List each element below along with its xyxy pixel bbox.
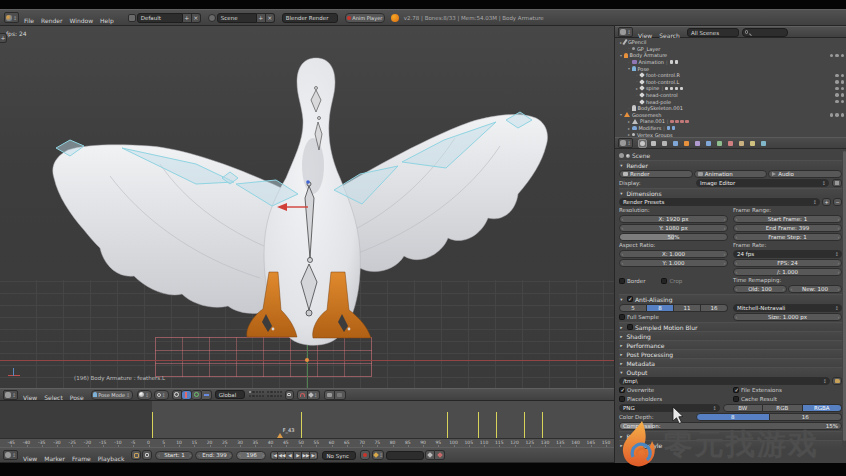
layer-dot[interactable] [270, 395, 272, 397]
panel-anti-aliasing[interactable]: ▾ Anti-Aliasing [619, 294, 842, 303]
outliner-row[interactable]: ▸GPencil [615, 39, 846, 46]
layer-dot[interactable] [256, 391, 258, 393]
tab-material[interactable] [726, 139, 735, 148]
display-select[interactable]: Image Editor [696, 179, 829, 187]
eye-icon[interactable] [830, 113, 834, 117]
restrict-icons[interactable] [835, 100, 844, 104]
menu-playback[interactable]: Playback [98, 455, 125, 462]
pointer-icon[interactable] [841, 80, 845, 84]
layer-dot[interactable] [280, 395, 282, 397]
frame-rate-select[interactable]: 24 fps [733, 250, 842, 258]
pointer-icon[interactable] [841, 100, 845, 104]
eye-icon[interactable] [835, 74, 839, 78]
camera-icon[interactable] [841, 54, 845, 58]
outliner-row[interactable]: ▸Plane.001| [615, 118, 846, 125]
goose-model[interactable] [0, 26, 614, 388]
3d-viewport[interactable]: fps: 24 (196) Body Armature : feathers.L… [0, 26, 614, 388]
menu-view[interactable]: View [23, 394, 37, 401]
preview-range-button[interactable] [131, 450, 141, 460]
snap-toggle[interactable] [297, 390, 308, 400]
keying-set-type-button[interactable]: ↕ [372, 450, 384, 460]
layers-grid-2[interactable] [267, 391, 283, 399]
layer-dot[interactable] [267, 395, 269, 397]
menu-select[interactable]: Select [44, 394, 63, 401]
panel-sampled-motion-blur[interactable]: ▸Sampled Motion Blur [619, 322, 842, 331]
audio-button[interactable]: Audio [768, 170, 842, 178]
restrict-icons[interactable] [830, 113, 845, 117]
tool-shelf-tab[interactable]: + [0, 33, 7, 43]
pointer-icon[interactable] [835, 113, 839, 117]
restrict-icons[interactable] [835, 87, 844, 91]
animation-button[interactable]: Animation [694, 170, 768, 178]
screen-layout-field[interactable]: Default [137, 13, 183, 23]
next-keyframe-button[interactable]: ▶▶ [302, 451, 310, 460]
manipulator-toggle[interactable] [172, 390, 182, 400]
aa-sample-11[interactable]: 11 [674, 304, 701, 312]
remap-new-field[interactable]: New: 100 [788, 285, 842, 293]
tab-modifiers[interactable] [704, 139, 713, 148]
editor-type-button[interactable]: ↕ [3, 450, 18, 460]
tab-scene[interactable] [660, 139, 669, 148]
layer-dot[interactable] [262, 391, 264, 393]
scale-manipulator-button[interactable] [202, 390, 212, 400]
sync-mode-select[interactable]: No Sync [322, 451, 356, 460]
eye-icon[interactable] [830, 54, 834, 58]
fps-base-field[interactable]: /: 1.000 [733, 268, 842, 276]
layer-dot[interactable] [267, 391, 269, 393]
render-engine-select[interactable]: Blender Render [282, 13, 338, 23]
layer-dot[interactable] [274, 391, 276, 393]
jump-to-start-button[interactable]: |◀ [270, 451, 278, 460]
remap-old-field[interactable]: Old: 100 [733, 285, 787, 293]
prev-keyframe-button[interactable]: ◀◀ [278, 451, 286, 460]
jump-to-end-button[interactable]: ▶| [310, 451, 318, 460]
aspect-x-field[interactable]: X: 1.000 [619, 250, 728, 258]
aa-sample-16[interactable]: 16 [701, 304, 728, 312]
display-extra-button[interactable] [832, 179, 842, 187]
scene-icon[interactable] [208, 14, 216, 22]
editor-type-button[interactable]: ↕ [618, 27, 633, 37]
outliner-row[interactable]: ▾Body Armature [615, 52, 846, 59]
cache-result-checkbox[interactable] [733, 396, 739, 402]
layer-dot[interactable] [259, 391, 261, 393]
render-opengl-anim-button[interactable] [335, 390, 346, 400]
layer-dot[interactable] [262, 395, 264, 397]
panel-post-processing[interactable]: ▸Post Processing [619, 349, 842, 358]
fps-field[interactable]: FPS: 24 [733, 259, 842, 267]
delete-keyframe-button[interactable] [435, 450, 445, 460]
auto-keyframe-button[interactable] [360, 450, 370, 460]
restrict-icons[interactable] [830, 54, 845, 58]
panel-metadata[interactable]: ▸Metadata [619, 358, 842, 367]
panel-output[interactable]: ▾ Output [619, 367, 842, 376]
outliner-row[interactable]: ▾Goosemesh [615, 112, 846, 119]
pointer-icon[interactable] [835, 54, 839, 58]
outliner-row[interactable]: ▸spine| [615, 85, 846, 92]
menu-view[interactable]: View [638, 32, 652, 39]
layer-dot[interactable] [270, 391, 272, 393]
resolution-percentage-slider[interactable]: 50% [619, 233, 728, 241]
delete-layout-button[interactable]: × [192, 13, 201, 23]
full-sample-checkbox[interactable] [619, 314, 625, 320]
aa-sample-8[interactable]: 8 [647, 304, 674, 312]
anim-player-button[interactable]: Anim Player [345, 13, 385, 23]
restrict-icons[interactable] [835, 93, 844, 97]
timeline-editor[interactable]: F_43 -45-40-35-30-25-20-15-10-5051015202… [0, 401, 614, 463]
play-reverse-button[interactable]: ◀ [286, 451, 294, 460]
file-format-select[interactable]: PNG [619, 404, 720, 412]
end-frame-field[interactable]: End: 399 [195, 451, 233, 460]
pointer-icon[interactable] [841, 87, 845, 91]
outliner-row[interactable]: ·head-control [615, 92, 846, 99]
start-frame-field[interactable]: Start: 1 [155, 451, 193, 460]
outliner-search-input[interactable] [742, 28, 788, 37]
file-browse-button[interactable] [832, 377, 842, 385]
layer-dot[interactable] [252, 395, 254, 397]
eye-icon[interactable] [835, 93, 839, 97]
outliner-row[interactable]: ▾Pose [615, 65, 846, 72]
orientation-select[interactable]: Global [215, 390, 245, 399]
layer-dot[interactable] [249, 391, 251, 393]
restrict-icons[interactable] [835, 80, 844, 84]
layer-dot[interactable] [256, 395, 258, 397]
lock-button[interactable] [285, 390, 294, 400]
tab-object[interactable] [682, 139, 691, 148]
aa-size-field[interactable]: Size: 1.000 px [733, 313, 842, 321]
play-button[interactable]: ▶ [294, 451, 302, 460]
